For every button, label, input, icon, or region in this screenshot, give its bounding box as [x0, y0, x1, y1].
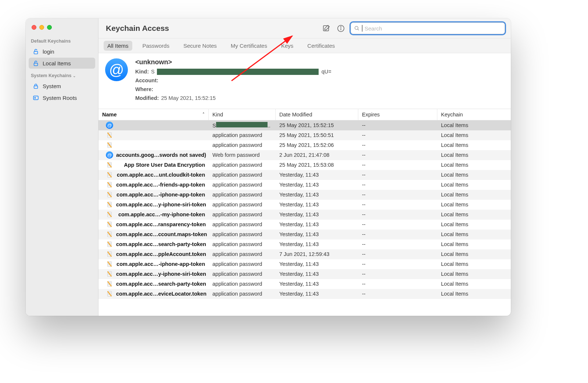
at-sign-icon: @: [106, 122, 113, 129]
table-row[interactable]: application password25 May 2021, 15:50:5…: [98, 130, 511, 140]
column-expires[interactable]: Expires: [358, 109, 437, 120]
sidebar-item-label: System: [43, 83, 61, 89]
cell-keychain: Local Items: [437, 122, 511, 128]
cell-name: com.apple.acc…eviceLocator.token: [98, 290, 209, 297]
column-keychain[interactable]: Keychain: [437, 109, 511, 120]
window-controls: [26, 25, 98, 35]
sidebar-item-system[interactable]: System: [29, 80, 95, 91]
table-row[interactable]: com.apple.acc…ccount.maps-tokenapplicati…: [98, 230, 511, 239]
main-content: Keychain Access All Items Passwords Secu…: [98, 18, 511, 316]
detail-title: <unknown>: [135, 58, 331, 66]
cell-name: com.apple.acc…ransparency-token: [98, 221, 209, 228]
table-row[interactable]: application password25 May 2021, 15:52:0…: [98, 140, 511, 150]
tab-all-items[interactable]: All Items: [104, 41, 132, 51]
note-icon: [106, 280, 113, 288]
table-row[interactable]: com.apple.acc…-iphone-app-tokenapplicati…: [98, 259, 511, 269]
cell-expires: --: [358, 172, 437, 178]
sidebar-item-system-roots[interactable]: System Roots: [29, 92, 95, 103]
cell-keychain: Local Items: [437, 172, 511, 178]
info-button[interactable]: [336, 24, 345, 33]
search-input[interactable]: [365, 25, 502, 32]
tab-my-certificates[interactable]: My Certificates: [227, 41, 271, 51]
close-window-button[interactable]: [32, 25, 36, 30]
cell-name: com.apple.acc…-iphone-app-token: [98, 191, 209, 198]
redacted-content: [157, 69, 319, 75]
table-row[interactable]: com.apple.acc…y-iphone-siri-tokenapplica…: [98, 269, 511, 279]
note-icon: [106, 260, 113, 268]
svg-line-10: [358, 29, 359, 30]
table-body[interactable]: @S..25 May 2021, 15:52:15--Local Itemsap…: [98, 120, 511, 316]
tab-keys[interactable]: Keys: [277, 41, 297, 51]
cell-keychain: Local Items: [437, 241, 511, 247]
table-row[interactable]: com.apple.acc…search-party-tokenapplicat…: [98, 279, 511, 289]
cell-keychain: Local Items: [437, 142, 511, 148]
column-name[interactable]: Name˄: [98, 109, 209, 120]
cell-keychain: Local Items: [437, 221, 511, 227]
sidebar-item-label: login: [43, 48, 54, 55]
cell-name: com.apple.acc…-iphone-app-token: [98, 260, 209, 268]
table-row[interactable]: com.apple.acc…eviceLocator.tokenapplicat…: [98, 289, 511, 299]
filter-tabs: All Items Passwords Secure Notes My Cert…: [98, 39, 511, 53]
cell-kind: application password: [209, 162, 276, 168]
tab-secure-notes[interactable]: Secure Notes: [180, 41, 220, 51]
table-row[interactable]: com.apple.acc…ransparency-tokenapplicati…: [98, 220, 511, 230]
note-icon: [106, 270, 113, 278]
cell-expires: --: [358, 281, 437, 287]
unlock-icon: [32, 48, 39, 55]
note-icon: [106, 211, 113, 218]
cell-expires: --: [358, 212, 437, 217]
cell-kind: application password: [209, 231, 276, 237]
zoom-window-button[interactable]: [47, 25, 52, 30]
compose-button[interactable]: [321, 24, 331, 33]
cell-date: Yesterday, 11:43: [276, 291, 358, 297]
column-date[interactable]: Date Modified: [276, 109, 358, 120]
cell-expires: --: [358, 291, 437, 297]
sidebar-item-label: Local Items: [43, 60, 71, 66]
table-row[interactable]: com.apple.acc…-iphone-app-tokenapplicati…: [98, 190, 511, 200]
table-row[interactable]: com.apple.acc…-my-iphone-tokenapplicatio…: [98, 210, 511, 220]
certificate-icon: [32, 94, 39, 101]
cell-keychain: Local Items: [437, 182, 511, 188]
cell-name: com.apple.acc…-my-iphone-token: [98, 211, 209, 218]
text-caret: [362, 25, 362, 32]
cell-name: com.apple.acc…search-party-token: [98, 280, 209, 288]
sidebar-item-local-items[interactable]: Local Items: [29, 58, 95, 69]
at-sign-icon: @: [105, 58, 128, 81]
note-icon: [106, 201, 113, 208]
note-icon: [106, 231, 113, 238]
cell-keychain: Local Items: [437, 192, 511, 198]
cell-expires: --: [358, 132, 437, 138]
detail-where: Where:: [135, 85, 331, 94]
minimize-window-button[interactable]: [39, 25, 44, 30]
cell-name: com.apple.acc…y-iphone-siri-token: [98, 201, 209, 208]
sidebar-group-system[interactable]: System Keychains⌄: [26, 69, 98, 80]
table-row[interactable]: com.apple.acc…y-iphone-siri-tokenapplica…: [98, 200, 511, 210]
search-field[interactable]: [351, 22, 505, 34]
table-row[interactable]: com.apple.acc…ppleAccount.tokenapplicati…: [98, 249, 511, 259]
sidebar-item-login[interactable]: login: [29, 46, 95, 57]
detail-modified: Modified:25 May 2021, 15:52:15: [135, 94, 331, 103]
note-icon: [106, 161, 113, 169]
cell-date: Yesterday, 11:43: [276, 221, 358, 227]
svg-point-9: [355, 26, 358, 30]
cell-date: Yesterday, 11:43: [276, 182, 358, 188]
tab-passwords[interactable]: Passwords: [139, 41, 173, 51]
table-row[interactable]: com.apple.acc…search-party-tokenapplicat…: [98, 239, 511, 249]
table-row[interactable]: com.apple.acc…-friends-app-tokenapplicat…: [98, 180, 511, 190]
cell-kind: application password: [209, 241, 276, 247]
svg-rect-2: [34, 86, 37, 88]
sidebar: Default Keychains login Local Items Syst…: [26, 18, 98, 316]
cell-expires: --: [358, 142, 437, 148]
column-kind[interactable]: Kind: [209, 109, 276, 120]
cell-keychain: Local Items: [437, 202, 511, 207]
table-row[interactable]: @S..25 May 2021, 15:52:15--Local Items: [98, 120, 511, 130]
tab-certificates[interactable]: Certificates: [304, 41, 338, 51]
table-row[interactable]: com.apple.acc…unt.cloudkit-tokenapplicat…: [98, 170, 511, 180]
table-row[interactable]: @accounts.goog…swords not saved)Web form…: [98, 150, 511, 160]
cell-date: Yesterday, 11:43: [276, 192, 358, 198]
toolbar: Keychain Access: [98, 18, 511, 39]
cell-expires: --: [358, 221, 437, 227]
cell-kind: application password: [209, 132, 276, 138]
cell-kind: S..: [209, 122, 276, 129]
table-row[interactable]: App Store User Data Encryptionapplicatio…: [98, 160, 511, 170]
